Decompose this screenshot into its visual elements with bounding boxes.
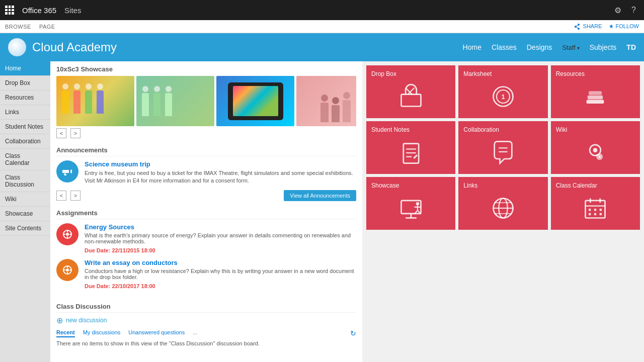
new-discussion-row: ⊕ new discussion — [56, 316, 356, 325]
sidebar-item-student-notes[interactable]: Student Notes — [0, 120, 50, 134]
tile-wiki[interactable]: Wiki — [551, 121, 640, 174]
nav-bar: BROWSE PAGE SHARE ★ FOLLOW — [0, 20, 644, 33]
disc-tab-recent[interactable]: Recent — [56, 329, 75, 337]
sidebar-item-class-calendar[interactable]: Class Calendar — [0, 149, 50, 170]
assignment-icon-2 — [56, 259, 78, 281]
announcements-title: Announcements — [56, 146, 356, 156]
ann-nav-btns: < > — [56, 191, 80, 201]
tile-dropbox[interactable]: Drop Box — [366, 65, 455, 118]
help-icon[interactable]: ? — [628, 5, 639, 16]
announcement-icon — [56, 160, 78, 183]
nav-designs[interactable]: Designs — [527, 43, 552, 51]
discussion-section: Class Discussion ⊕ new discussion Recent… — [50, 299, 362, 350]
announcement-content: Science museum trip Entry is free, but y… — [85, 160, 356, 185]
sidebar-item-site-contents[interactable]: Site Contents — [0, 221, 50, 236]
user-initials[interactable]: TD — [626, 43, 636, 51]
ann-next[interactable]: > — [70, 191, 80, 201]
showcase-section: 10xSc3 Showcase — [50, 61, 362, 142]
sidebar-item-resources[interactable]: Resources — [0, 90, 50, 105]
waffle-icon[interactable] — [5, 6, 14, 15]
svg-rect-25 — [589, 91, 602, 95]
svg-rect-24 — [588, 95, 603, 99]
tile-marksheet[interactable]: Marksheet 1 — [458, 65, 547, 118]
assignment-body-2: Conductors have a high or low resistance… — [85, 268, 356, 280]
svg-rect-58 — [594, 213, 596, 215]
ann-prev[interactable]: < — [56, 191, 66, 201]
carousel-slide-1 — [56, 76, 134, 126]
announcement-title-text[interactable]: Science museum trip — [85, 160, 356, 168]
nav-classes[interactable]: Classes — [492, 43, 517, 51]
announcements-controls: < > View all Announcements — [56, 190, 356, 201]
tile-links[interactable]: Links — [458, 177, 547, 230]
assignment-title-1[interactable]: Energy Sources — [85, 223, 356, 231]
content-area: 10xSc3 Showcase — [50, 61, 362, 362]
tile-resources-label: Resources — [556, 70, 585, 77]
sidebar-item-showcase[interactable]: Showcase — [0, 207, 50, 221]
svg-rect-55 — [594, 209, 596, 211]
nav-right: SHARE ★ FOLLOW — [574, 23, 639, 30]
carousel-prev[interactable]: < — [56, 128, 66, 138]
nav-home[interactable]: Home — [463, 43, 481, 51]
right-panel: Drop Box Marksheet 1 — [362, 61, 644, 362]
follow-link[interactable]: ★ FOLLOW — [609, 23, 639, 30]
main-layout: Home Drop Box Resources Links Student No… — [0, 61, 644, 362]
tile-marksheet-label: Marksheet — [463, 70, 492, 77]
settings-icon[interactable]: ⚙ — [611, 5, 624, 16]
sidebar-item-collaboration[interactable]: Collaboration — [0, 134, 50, 149]
plus-icon: ⊕ — [56, 316, 63, 325]
tile-showcase[interactable]: Showcase — [366, 177, 455, 230]
site-logo — [8, 38, 26, 56]
assignment-title-2[interactable]: Write an essay on conductors — [85, 259, 356, 266]
carousel: "I am not pretty, I am not beautiful, I … — [56, 76, 356, 126]
assignment-due-1: Due Date: 22/11/2015 18:00 — [85, 247, 155, 253]
assignment-icon-1 — [56, 223, 78, 245]
sidebar-item-links[interactable]: Links — [0, 105, 50, 120]
assignments-section: Assignments Energy Sources What is the e… — [50, 205, 362, 299]
discussion-tabs: Recent My discussions Unanswered questio… — [56, 329, 356, 337]
assignment-content-2: Write an essay on conductors Conductors … — [85, 259, 356, 290]
site-header: Cloud Academy Home Classes Designs Staff… — [0, 33, 644, 61]
tile-resources[interactable]: Resources — [551, 65, 640, 118]
disc-tab-unanswered[interactable]: Unanswered questions — [128, 329, 185, 337]
carousel-slide-2 — [136, 76, 214, 126]
svg-rect-23 — [587, 100, 604, 104]
carousel-slide-4 — [296, 76, 356, 126]
tile-collaboration[interactable]: Collaboration — [458, 121, 547, 174]
nav-staff[interactable]: Staff — [562, 44, 579, 51]
carousel-next[interactable]: > — [70, 128, 80, 138]
disc-refresh-icon[interactable]: ↻ — [350, 329, 356, 337]
assignment-body-1: What is the earth's primary source of en… — [85, 232, 356, 244]
tile-marksheet-icon: 1 — [463, 79, 542, 113]
sidebar-item-dropbox[interactable]: Drop Box — [0, 76, 50, 90]
sidebar: Home Drop Box Resources Links Student No… — [0, 61, 50, 362]
disc-tab-my[interactable]: My discussions — [83, 329, 121, 337]
tile-dropbox-icon — [371, 79, 450, 113]
view-all-announcements[interactable]: View all Announcements — [284, 190, 356, 201]
tile-links-icon — [463, 191, 542, 225]
showcase-title: 10xSc3 Showcase — [56, 65, 356, 73]
share-link[interactable]: SHARE — [574, 23, 602, 30]
tile-wiki-label: Wiki — [556, 126, 568, 133]
announcement-body: Entry is free, but you need to buy a tic… — [85, 169, 356, 185]
tile-class-calendar[interactable]: Class Calendar — [551, 177, 640, 230]
new-discussion-link[interactable]: new discussion — [66, 317, 107, 324]
discussion-title: Class Discussion — [56, 303, 356, 313]
sidebar-item-home[interactable]: Home — [0, 61, 50, 76]
browse-nav[interactable]: BROWSE — [5, 24, 31, 30]
tile-student-notes[interactable]: Student Notes — [366, 121, 455, 174]
nav-subjects[interactable]: Subjects — [590, 43, 617, 51]
app-name[interactable]: Office 365 — [22, 6, 56, 15]
svg-point-40 — [416, 202, 419, 206]
crosshair-icon-2 — [61, 264, 73, 276]
sidebar-item-wiki[interactable]: Wiki — [0, 192, 50, 207]
carousel-slide-3 — [216, 76, 294, 126]
header-nav: Home Classes Designs Staff Subjects TD — [463, 43, 636, 51]
assignment-content-1: Energy Sources What is the earth's prima… — [85, 223, 356, 254]
assignments-title: Assignments — [56, 209, 356, 219]
tile-showcase-icon — [371, 191, 450, 225]
announcements-section: Announcements Science museum trip Entry … — [50, 142, 362, 205]
sites-label[interactable]: Sites — [64, 6, 81, 15]
sidebar-item-class-discussion[interactable]: Class Discussion — [0, 170, 50, 192]
disc-tab-dots[interactable]: ... — [193, 329, 197, 337]
page-nav[interactable]: PAGE — [39, 24, 55, 30]
